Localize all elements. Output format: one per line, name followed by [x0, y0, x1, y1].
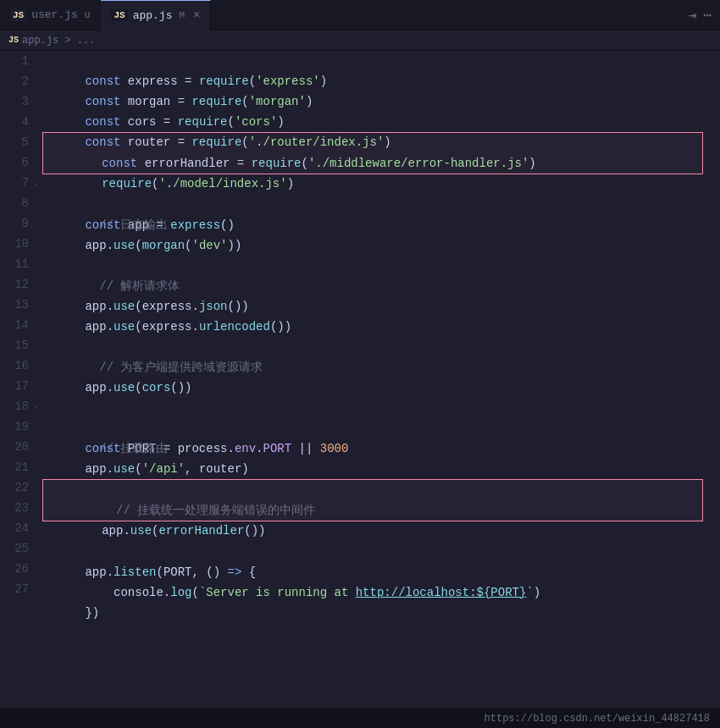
- code-line-15: // 为客户端提供跨域资源请求: [42, 337, 720, 357]
- code-line-4: const router = require('./router/index.j…: [42, 112, 720, 132]
- code-line-2: const morgan = require('morgan'): [42, 71, 720, 91]
- js-icon-active: JS: [111, 9, 127, 21]
- code-line-8: // 日志输出: [42, 195, 720, 215]
- close-icon[interactable]: ×: [193, 8, 200, 22]
- tab-bar: JS user.js U JS app.js M × ⇥ ⋯: [0, 0, 720, 30]
- tab-badge-m: M: [179, 10, 185, 20]
- code-line-18: ▶ const PORT = process.env.PORT || 3000: [42, 398, 720, 418]
- js-icon: JS: [10, 9, 26, 21]
- breadcrumb-path: app.js > ...: [22, 35, 95, 47]
- code-line-5: const errorHandler = require('./middlewa…: [45, 133, 699, 153]
- code-area: const express = require('express') const…: [36, 51, 720, 708]
- code-line-20: app.use('/api', router): [42, 438, 720, 459]
- code-line-19: // 挂载路由: [42, 418, 720, 438]
- code-line-16: app.use(cors()): [42, 357, 720, 378]
- code-line-26: console.log(`Server is running at http:/…: [42, 562, 720, 582]
- code-line-22: // 挂载统一处理服务端错误的中间件: [45, 480, 699, 500]
- code-line-25: app.listen(PORT, () => {: [42, 542, 720, 562]
- code-line-12: app.use(express.json()): [42, 276, 720, 296]
- tab-actions: ⇥ ⋯: [680, 7, 720, 24]
- code-line-11: // 解析请求体: [42, 256, 720, 276]
- code-line-13: app.use(express.urlencoded()): [42, 296, 720, 317]
- more-actions-icon[interactable]: ⋯: [703, 7, 712, 24]
- code-line-17: [42, 378, 720, 398]
- split-editor-icon[interactable]: ⇥: [689, 7, 697, 24]
- tab-user-js[interactable]: JS user.js U: [0, 0, 101, 30]
- code-line-23: app.use(errorHandler()): [45, 500, 699, 521]
- status-url: https://blog.csdn.net/weixin_44827418: [485, 713, 710, 725]
- code-line-6: require('./model/index.js'): [45, 153, 699, 174]
- code-line-21: [42, 459, 720, 479]
- line-numbers: 1 2 3 4 5 6 7 8 9 10 11 12 13 14 15 16 1…: [0, 51, 36, 708]
- editor: 1 2 3 4 5 6 7 8 9 10 11 12 13 14 15 16 1…: [0, 51, 720, 708]
- code-line-1: const express = require('express'): [42, 51, 720, 71]
- status-bar: https://blog.csdn.net/weixin_44827418: [0, 708, 720, 728]
- code-line-24: [42, 521, 720, 542]
- tab-badge-u: U: [85, 10, 91, 20]
- tab-label: user.js: [31, 8, 78, 21]
- tab-app-js[interactable]: JS app.js M ×: [101, 0, 211, 30]
- code-line-7: ▶ const app = express(): [42, 174, 720, 195]
- code-line-27: }): [42, 582, 720, 603]
- red-box-2: // 挂载统一处理服务端错误的中间件 app.use(errorHandler(…: [42, 479, 703, 521]
- breadcrumb: JS app.js > ...: [0, 30, 720, 51]
- code-line-9: app.use(morgan('dev')): [42, 215, 720, 235]
- code-line-10: [42, 235, 720, 256]
- breadcrumb-js-icon: JS: [8, 36, 19, 45]
- code-line-14: [42, 317, 720, 337]
- code-line-3: const cors = require('cors'): [42, 91, 720, 112]
- tab-label-active: app.js: [133, 9, 173, 22]
- red-box-1: const errorHandler = require('./middlewa…: [42, 132, 703, 174]
